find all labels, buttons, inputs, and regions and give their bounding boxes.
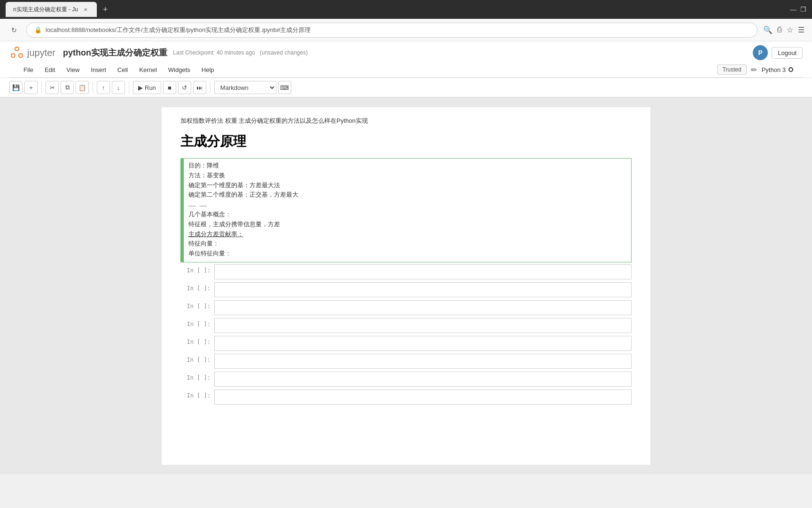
arrow-down-icon: ↓ — [117, 84, 120, 91]
code-cell-box-1[interactable] — [214, 264, 632, 279]
svg-point-4 — [12, 54, 15, 57]
notebook-body: 加权指数评价法 权重 主成分确定权重的方法以及怎么样在Python实现 主成分原… — [0, 98, 812, 474]
menu-view[interactable]: View — [62, 64, 84, 75]
code-cell-row-2: In [ ]: — [180, 282, 632, 297]
share-icon[interactable]: ⎙ — [777, 25, 782, 34]
search-icon[interactable]: 🔍 — [763, 25, 773, 34]
cell-content-box[interactable]: 目的：降维 方法：基变换 确定第一个维度的基：方差最大法 确定第二个维度的基：正… — [182, 158, 632, 262]
code-cell-row-3: In [ ]: — [180, 300, 632, 315]
arrow-up-icon: ↑ — [102, 84, 105, 91]
code-cell-row-1: In [ ]: — [180, 264, 632, 279]
code-cell-box-8[interactable] — [214, 389, 632, 405]
jupyter-wordmark: jupyter — [27, 48, 55, 58]
lock-icon: 🔒 — [34, 26, 42, 33]
tab-close-button[interactable]: ✕ — [82, 6, 89, 13]
code-cell-box-7[interactable] — [214, 372, 632, 387]
restart-button[interactable]: ↺ — [178, 81, 191, 94]
save-icon: 💾 — [12, 84, 20, 91]
menu-bar: File Edit View Insert Cell Kernel Widget… — [9, 62, 803, 78]
stop-icon: ■ — [168, 84, 172, 91]
code-cell-prompt-2: In [ ]: — [180, 282, 214, 292]
code-cell-box-6[interactable] — [214, 354, 632, 369]
address-bar: ↻ 🔒 localhost:8888/notebooks/工作文件/主成分确定权… — [0, 19, 812, 41]
cell-text-content: 目的：降维 方法：基变换 确定第一个维度的基：方差最大法 确定第二个维度的基：正… — [188, 161, 626, 259]
menu-kernel[interactable]: Kernel — [134, 64, 162, 75]
notebook-heading: 主成分原理 — [180, 133, 632, 151]
kernel-info: Python 3 — [762, 66, 793, 73]
keyboard-shortcuts-button[interactable]: ⌨ — [278, 81, 291, 94]
url-text: localhost:8888/notebooks/工作文件/主成分确定权重/py… — [46, 26, 311, 34]
python-kernel-icon: P — [753, 45, 768, 60]
run-button[interactable]: ▶ Run — [133, 81, 161, 94]
active-tab[interactable]: n实现主成分确定权重 - Ju ✕ — [6, 2, 97, 17]
extensions-icon[interactable]: ☰ — [798, 25, 804, 34]
cell-line-8: 主成分方差贡献率： — [188, 230, 626, 240]
cut-icon: ✂ — [50, 84, 55, 91]
menu-insert[interactable]: Insert — [86, 64, 111, 75]
window-minimize[interactable]: — — [790, 6, 796, 13]
nav-reload-button[interactable]: ↻ — [8, 24, 21, 37]
code-cell-prompt-1: In [ ]: — [180, 264, 214, 274]
cell-line-6: 几个基本概念： — [188, 210, 626, 220]
plus-icon: + — [29, 84, 33, 91]
notebook-title[interactable]: python实现主成分确定权重 — [63, 47, 167, 58]
code-cell-prompt-8: In [ ]: — [180, 389, 214, 399]
cut-cell-button[interactable]: ✂ — [46, 81, 59, 94]
menu-widgets[interactable]: Widgets — [164, 64, 195, 75]
interrupt-button[interactable]: ■ — [163, 81, 176, 94]
toolbar-separator-3 — [129, 82, 129, 93]
url-bar[interactable]: 🔒 localhost:8888/notebooks/工作文件/主成分确定权重/… — [26, 23, 757, 38]
intro-markdown-text: 加权指数评价法 权重 主成分确定权重的方法以及怎么样在Python实现 — [180, 117, 632, 125]
toolbar: 💾 + ✂ ⧉ 📋 ↑ ↓ ▶ Run ■ ↺ ⏭ Markdown Code … — [0, 78, 812, 98]
save-button[interactable]: 💾 — [9, 81, 23, 94]
cell-type-selector[interactable]: Markdown Code Raw NBConvert — [214, 81, 276, 94]
menu-edit[interactable]: Edit — [40, 64, 60, 75]
copy-cell-button[interactable]: ⧉ — [61, 81, 74, 94]
new-tab-button[interactable]: + — [99, 3, 112, 16]
code-cell-box-3[interactable] — [214, 300, 632, 315]
svg-point-5 — [19, 54, 22, 57]
menu-help[interactable]: Help — [197, 64, 219, 75]
toolbar-separator-2 — [93, 82, 93, 93]
window-controls: — ❐ — [790, 6, 806, 13]
keyboard-icon: ⌨ — [280, 84, 289, 91]
notebook-content: 加权指数评价法 权重 主成分确定权重的方法以及怎么样在Python实现 主成分原… — [162, 107, 650, 465]
code-cell-row-7: In [ ]: — [180, 372, 632, 387]
browser-toolbar-icons: 🔍 ⎙ ☆ ☰ — [763, 25, 804, 34]
pencil-icon: ✏ — [751, 65, 757, 74]
menu-file[interactable]: File — [19, 64, 38, 75]
code-cell-box-2[interactable] — [214, 282, 632, 297]
cell-line-1: 目的：降维 — [188, 161, 626, 171]
logout-button[interactable]: Logout — [772, 47, 803, 59]
trusted-badge[interactable]: Trusted — [717, 64, 746, 75]
menu-cell[interactable]: Cell — [113, 64, 133, 75]
jupyter-header: jupyter python实现主成分确定权重 Last Checkpoint:… — [0, 41, 812, 78]
jupyter-logo-icon — [9, 45, 24, 60]
window-maximize[interactable]: ❐ — [800, 6, 806, 13]
bookmark-icon[interactable]: ☆ — [787, 25, 793, 34]
edit-metadata-button[interactable]: ✏ — [749, 64, 760, 75]
code-cell-prompt-7: In [ ]: — [180, 372, 214, 381]
move-down-button[interactable]: ↓ — [112, 81, 125, 94]
move-up-button[interactable]: ↑ — [97, 81, 110, 94]
add-cell-button[interactable]: + — [24, 81, 38, 94]
jupyter-right-controls: P Logout — [753, 45, 803, 60]
restart-run-button[interactable]: ⏭ — [193, 81, 206, 94]
cell-line-10: 单位特征向量： — [188, 249, 626, 259]
toolbar-separator-1 — [41, 82, 42, 93]
code-cell-prompt-5: In [ ]: — [180, 336, 214, 345]
selected-markdown-cell[interactable]: 目的：降维 方法：基变换 确定第一个维度的基：方差最大法 确定第二个维度的基：正… — [180, 158, 632, 262]
code-cell-row-6: In [ ]: — [180, 354, 632, 369]
run-triangle-icon: ▶ — [138, 84, 143, 91]
paste-icon: 📋 — [78, 84, 86, 91]
paste-cell-button[interactable]: 📋 — [76, 81, 89, 94]
kernel-status-indicator — [789, 67, 793, 72]
underlined-text: 主成分方差贡献率： — [188, 231, 243, 238]
code-cell-row-4: In [ ]: — [180, 318, 632, 333]
jupyter-logo: jupyter — [9, 45, 55, 60]
code-cells-container: In [ ]:In [ ]:In [ ]:In [ ]:In [ ]:In [ … — [180, 264, 632, 405]
code-cell-prompt-4: In [ ]: — [180, 318, 214, 327]
code-cell-box-4[interactable] — [214, 318, 632, 333]
code-cell-box-5[interactable] — [214, 336, 632, 351]
cell-line-5: …… …… — [188, 200, 626, 210]
